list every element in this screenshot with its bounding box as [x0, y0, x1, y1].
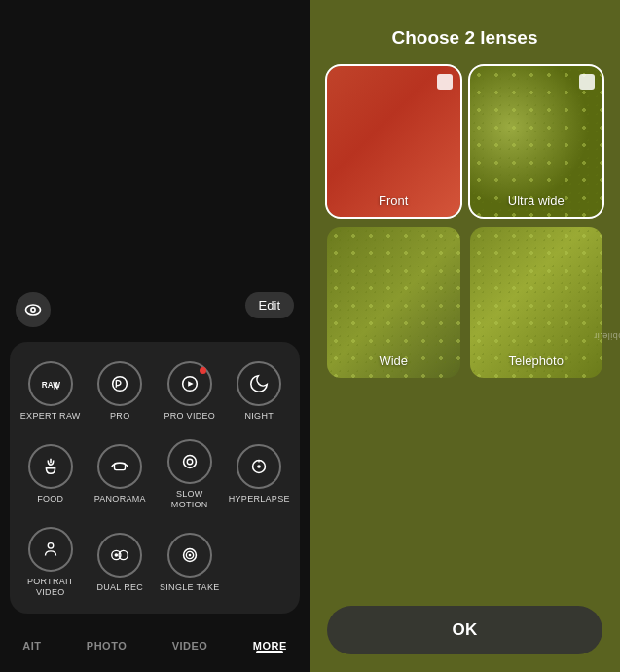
- ultrawide-selected-indicator: [579, 74, 595, 90]
- mode-food[interactable]: FOOD: [18, 431, 84, 514]
- dual-rec-icon-circle: [97, 533, 142, 578]
- expert-raw-icon-circle: RAW: [28, 361, 73, 406]
- svg-point-8: [187, 459, 193, 465]
- lens-wide-card[interactable]: Wide: [327, 227, 460, 378]
- hyperlapse-label: HYPERLAPSE: [229, 494, 290, 504]
- tab-ait[interactable]: AIT: [17, 632, 47, 659]
- mode-portrait-video[interactable]: PORTRAIT VIDEO: [18, 519, 84, 602]
- ultrawide-lens-label: Ultra wide: [470, 193, 603, 207]
- front-selected-indicator: [437, 74, 453, 90]
- single-take-label: SINGLE TAKE: [160, 582, 220, 593]
- mode-panorama[interactable]: PANORAMA: [88, 431, 154, 514]
- lens-chooser-panel: Choose 2 lenses Front Ultra wide Wide Te…: [310, 0, 620, 672]
- mode-expert-raw[interactable]: RAW EXPERT RAW: [18, 354, 84, 426]
- mode-pro[interactable]: PRO: [88, 354, 154, 426]
- panorama-icon-circle: [97, 444, 142, 489]
- mode-slow-motion[interactable]: SLOW MOTION: [157, 431, 223, 514]
- tab-photo[interactable]: PHOTO: [81, 632, 132, 659]
- choose-lenses-title: Choose 2 lenses: [392, 27, 538, 49]
- ok-button[interactable]: OK: [327, 606, 602, 654]
- portrait-video-label: PORTRAIT VIDEO: [19, 577, 82, 598]
- mode-dual-rec[interactable]: DUAL REC: [88, 519, 154, 602]
- svg-point-7: [183, 455, 196, 467]
- expert-raw-label: EXPERT RAW: [20, 411, 81, 422]
- slow-motion-label: SLOW MOTION: [159, 489, 221, 510]
- svg-point-0: [26, 305, 41, 315]
- front-lens-label: Front: [327, 193, 460, 207]
- pro-label: PRO: [110, 411, 129, 422]
- edit-button[interactable]: Edit: [245, 292, 294, 318]
- modes-grid-container: RAW EXPERT RAW PRO: [10, 342, 300, 614]
- telephoto-lens-label: Telephoto: [470, 354, 603, 368]
- svg-rect-20: [582, 77, 592, 87]
- wide-lens-label: Wide: [327, 354, 460, 368]
- watermark: mobile.ir: [594, 331, 620, 341]
- svg-rect-19: [440, 77, 450, 87]
- svg-point-15: [115, 553, 119, 557]
- night-icon-circle: [237, 361, 281, 406]
- pro-icon-circle: [97, 361, 142, 406]
- tab-underline: [256, 651, 283, 653]
- lens-telephoto-card[interactable]: Telephoto: [470, 227, 603, 378]
- mode-night[interactable]: NIGHT: [227, 354, 293, 426]
- camera-bottom-tabs: AIT PHOTO VIDEO MORE: [0, 623, 310, 672]
- slow-motion-icon-circle: [167, 439, 212, 484]
- food-label: FOOD: [37, 494, 63, 504]
- panorama-label: PANORAMA: [94, 494, 146, 504]
- lens-front-card[interactable]: Front: [327, 66, 460, 217]
- mode-single-take[interactable]: SINGLE TAKE: [157, 519, 223, 602]
- night-label: NIGHT: [245, 411, 274, 422]
- svg-point-12: [48, 543, 54, 549]
- hyperlapse-icon-circle: [237, 444, 281, 489]
- food-icon-circle: [28, 444, 73, 489]
- svg-point-1: [31, 308, 35, 312]
- pro-video-icon-circle: [167, 361, 212, 406]
- red-dot: [200, 367, 206, 374]
- lenses-grid: Front Ultra wide Wide Telephoto: [327, 66, 602, 378]
- modes-grid: RAW EXPERT RAW PRO: [18, 354, 292, 602]
- single-take-icon-circle: [167, 533, 212, 578]
- camera-left-panel: Edit RAW EXPERT RAW PRO: [0, 0, 310, 672]
- tab-video[interactable]: VIDEO: [166, 632, 214, 659]
- pro-video-label: PRO VIDEO: [164, 411, 215, 422]
- tab-more[interactable]: MORE: [247, 632, 293, 659]
- mode-pro-video[interactable]: PRO VIDEO: [157, 354, 223, 426]
- dual-rec-label: DUAL REC: [96, 582, 143, 593]
- svg-point-18: [188, 553, 191, 556]
- tab-more-container: MORE: [247, 632, 293, 659]
- svg-marker-5: [188, 381, 194, 387]
- portrait-video-icon-circle: [28, 527, 73, 572]
- lens-ultrawide-card[interactable]: Ultra wide: [470, 66, 603, 217]
- svg-point-10: [257, 465, 261, 468]
- eye-icon-button[interactable]: [16, 292, 51, 327]
- mode-hyperlapse[interactable]: HYPERLAPSE: [227, 431, 293, 514]
